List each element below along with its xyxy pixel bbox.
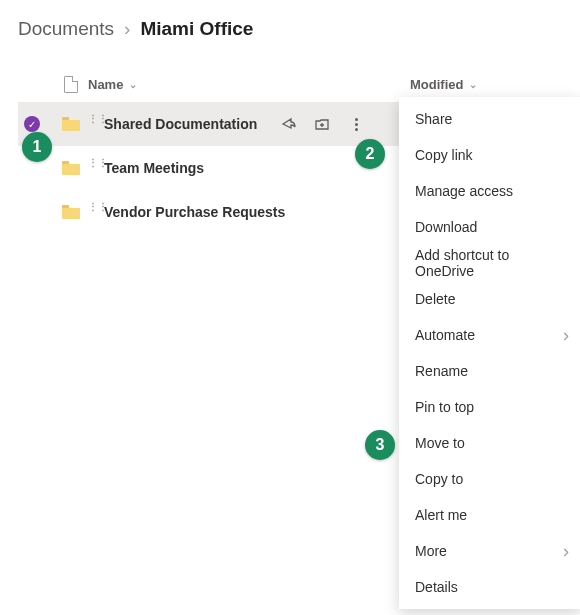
step-badge-1: 1 [22, 132, 52, 162]
column-type[interactable] [54, 76, 88, 93]
step-badge-3: 3 [365, 430, 395, 460]
menu-label: Copy link [415, 147, 473, 163]
menu-label: Add shortcut to OneDrive [415, 247, 565, 279]
share-icon[interactable] [280, 116, 296, 132]
menu-item-download[interactable]: Download [399, 209, 580, 245]
step-badge-2: 2 [355, 139, 385, 169]
menu-label: More [415, 543, 447, 559]
add-shortcut-icon[interactable] [314, 116, 330, 132]
menu-item-add-shortcut[interactable]: Add shortcut to OneDrive [399, 245, 580, 281]
breadcrumb-current: Miami Office [140, 18, 253, 40]
folder-name[interactable]: Shared Documentation [104, 116, 257, 132]
context-menu: Share Copy link Manage access Download A… [399, 97, 580, 609]
menu-label: Alert me [415, 507, 467, 523]
menu-item-manage-access[interactable]: Manage access [399, 173, 580, 209]
folder-icon [62, 205, 80, 219]
folder-icon [62, 117, 80, 131]
breadcrumb: Documents › Miami Office [18, 18, 562, 40]
column-modified[interactable]: Modified ⌄ [410, 77, 562, 92]
menu-label: Automate [415, 327, 475, 343]
folder-icon [62, 161, 80, 175]
menu-item-share[interactable]: Share [399, 101, 580, 137]
menu-label: Share [415, 111, 452, 127]
menu-label: Rename [415, 363, 468, 379]
menu-item-delete[interactable]: Delete [399, 281, 580, 317]
column-modified-label: Modified [410, 77, 463, 92]
menu-item-automate[interactable]: Automate [399, 317, 580, 353]
menu-label: Download [415, 219, 477, 235]
menu-label: Manage access [415, 183, 513, 199]
menu-item-details[interactable]: Details [399, 569, 580, 605]
breadcrumb-parent[interactable]: Documents [18, 18, 114, 40]
folder-name[interactable]: Team Meetings [104, 160, 204, 176]
row-hover-actions [280, 116, 364, 132]
menu-label: Pin to top [415, 399, 474, 415]
column-name[interactable]: Name ⌄ [88, 77, 410, 92]
menu-label: Delete [415, 291, 455, 307]
menu-item-move-to[interactable]: Move to [399, 425, 580, 461]
chevron-right-icon: › [124, 18, 130, 40]
menu-item-alert-me[interactable]: Alert me [399, 497, 580, 533]
more-actions-icon[interactable] [348, 116, 364, 132]
menu-label: Copy to [415, 471, 463, 487]
menu-item-copy-link[interactable]: Copy link [399, 137, 580, 173]
folder-name[interactable]: Vendor Purchase Requests [104, 204, 285, 220]
column-name-label: Name [88, 77, 123, 92]
selected-check-icon[interactable]: ✓ [24, 116, 40, 132]
menu-item-rename[interactable]: Rename [399, 353, 580, 389]
menu-label: Details [415, 579, 458, 595]
menu-item-more[interactable]: More [399, 533, 580, 569]
chevron-down-icon: ⌄ [129, 79, 137, 90]
menu-label: Move to [415, 435, 465, 451]
chevron-down-icon: ⌄ [469, 79, 477, 90]
menu-item-copy-to[interactable]: Copy to [399, 461, 580, 497]
file-type-icon [64, 76, 78, 93]
menu-item-pin-to-top[interactable]: Pin to top [399, 389, 580, 425]
